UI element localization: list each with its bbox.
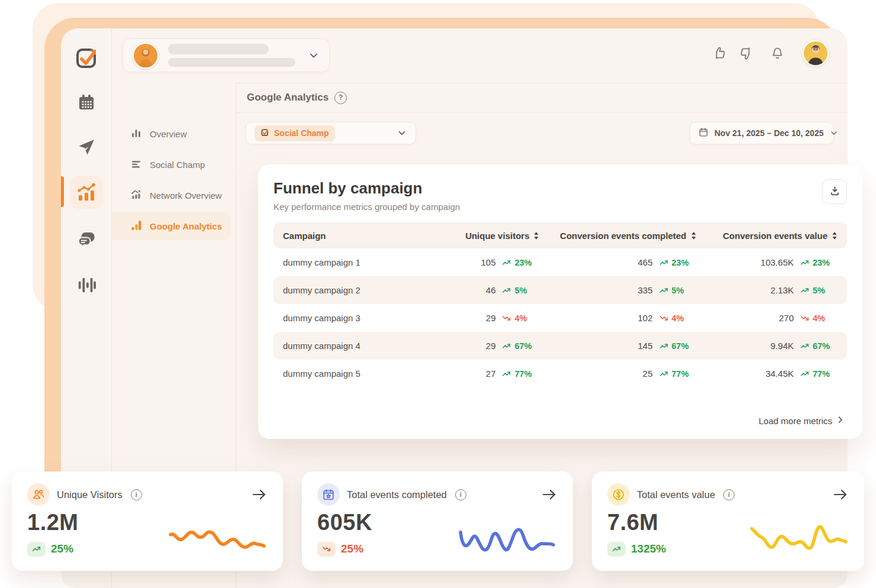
table-row[interactable]: dummy campaign 3294%1024%2704% [273, 304, 847, 332]
page-header: Google Analytics ? [236, 83, 848, 112]
trend-up-icon: 77% [800, 369, 838, 379]
messages-chat-icon[interactable] [73, 227, 100, 254]
campaign-name: dummy campaign 5 [283, 369, 430, 379]
funnel-card: Funnel by campaign Key performance metri… [258, 164, 862, 439]
info-icon[interactable]: i [455, 489, 466, 500]
chevron-down-icon [397, 128, 407, 138]
help-icon[interactable]: ? [334, 92, 347, 104]
nav-item-social-champ[interactable]: Social Champ [112, 150, 231, 179]
metric-cell: 2967% [430, 341, 539, 351]
toolbar: Social Champ Nov 21, 2025 – Dec 10, 2025 [246, 122, 834, 144]
nav-item-google-analytics[interactable]: Google Analytics [112, 212, 231, 240]
arrow-right-icon[interactable] [251, 487, 268, 502]
calendar-icon [698, 127, 708, 140]
dollar-coin-icon [607, 483, 630, 506]
trend-up-icon: 5% [800, 286, 838, 295]
chevron-down-icon [308, 50, 320, 62]
profile-selector[interactable] [123, 38, 330, 72]
trend-up-icon: 77% [659, 369, 697, 379]
chevron-right-icon [836, 415, 845, 426]
topbar-actions [712, 40, 829, 66]
trend-up-icon: 5% [659, 286, 697, 295]
app-logo-icon[interactable] [73, 44, 100, 71]
trend-down-icon: 4% [659, 314, 697, 323]
sparkline [456, 521, 558, 564]
arrow-right-icon[interactable] [832, 487, 849, 502]
overview-bars-icon [131, 128, 141, 140]
thumbs-down-icon[interactable] [738, 46, 753, 61]
stat-card-metric: 1.2M 25% [27, 511, 78, 557]
metric-cell: 46523% [539, 257, 696, 267]
analytics-rail-icon[interactable] [70, 176, 103, 209]
download-icon [829, 185, 840, 199]
metric-cell: 3355% [539, 285, 696, 295]
table-row[interactable]: dummy campaign 52777%2577%34.45K77% [273, 360, 847, 387]
stat-card-value: 605K [317, 511, 372, 535]
trend-down-icon: 4% [501, 314, 539, 323]
metric-cell: 2577% [539, 369, 696, 379]
metric-cell: 294% [430, 313, 539, 323]
page-title: Google Analytics [247, 92, 328, 104]
people-icon [27, 483, 50, 506]
table-row[interactable]: dummy campaign 110523%46523%103.65K23% [273, 248, 847, 276]
sort-icon[interactable] [691, 231, 697, 240]
profile-placeholder [168, 44, 308, 67]
info-icon[interactable]: i [723, 489, 735, 500]
arrow-right-icon[interactable] [541, 487, 558, 502]
chevron-down-icon [829, 128, 839, 138]
sort-icon[interactable] [832, 231, 838, 240]
source-pill: Social Champ [255, 125, 335, 141]
trend-up-icon: 23% [501, 258, 539, 267]
table-row[interactable]: dummy campaign 42967%14567%9.94K67% [273, 332, 847, 360]
campaign-name: dummy campaign 2 [283, 285, 430, 295]
publish-plane-icon[interactable] [73, 134, 100, 161]
funnel-subtitle: Key performance metrics grouped by campa… [273, 202, 460, 212]
trend-badge-icon [607, 542, 626, 557]
trend-up-icon: 67% [800, 341, 838, 351]
trend-up-icon: 67% [659, 341, 697, 351]
funnel-heading: Funnel by campaign Key performance metri… [273, 179, 460, 212]
funnel-table-body: dummy campaign 110523%46523%103.65K23%du… [273, 248, 847, 387]
listening-waveform-icon[interactable] [73, 272, 100, 299]
sparkline [747, 521, 849, 564]
metric-cell: 9.94K67% [697, 341, 838, 351]
metric-cell: 465% [430, 285, 539, 295]
metric-cell: 103.65K23% [697, 257, 838, 267]
funnel-title: Funnel by campaign [273, 179, 460, 198]
column-header-conversion-events-completed[interactable]: Conversion events completed [539, 231, 696, 241]
thumbs-up-icon[interactable] [712, 46, 727, 61]
stat-card-change: 25% [27, 542, 78, 557]
stat-card-unique-visitors: Unique Visitors i 1.2M 25% [12, 471, 283, 571]
date-range-label: Nov 21, 2025 – Dec 10, 2025 [714, 128, 823, 138]
calendar-rail-icon[interactable] [73, 89, 100, 116]
page: Overview Social Champ Network Overview G… [0, 0, 876, 588]
metric-cell: 2.13K5% [697, 285, 838, 295]
user-avatar[interactable] [803, 40, 829, 66]
date-range-picker[interactable]: Nov 21, 2025 – Dec 10, 2025 [690, 122, 834, 144]
stat-card-change: 1325% [607, 542, 666, 557]
nav-item-label: Overview [150, 129, 187, 139]
trend-up-icon: 5% [501, 286, 539, 295]
stat-card-total-events-value: Total events value i 7.6M 1325% [592, 471, 864, 571]
table-header-row: Campaign Unique visitors Conversion even… [273, 222, 847, 248]
nav-item-label: Google Analytics [150, 221, 222, 231]
trend-up-icon: 77% [501, 369, 539, 379]
sort-icon[interactable] [533, 231, 539, 240]
trend-badge-icon [27, 542, 46, 557]
notifications-bell-icon[interactable] [770, 46, 785, 61]
trend-up-icon: 23% [659, 258, 697, 267]
social-champ-logo-icon [260, 128, 269, 139]
download-button[interactable] [822, 179, 847, 204]
source-picker[interactable]: Social Champ [246, 122, 416, 144]
table-row[interactable]: dummy campaign 2465%3355%2.13K5% [273, 276, 847, 304]
load-more-metrics-link[interactable]: Load more metrics [759, 415, 845, 426]
nav-item-overview[interactable]: Overview [112, 119, 231, 148]
skeleton-line [168, 44, 269, 54]
column-header-unique-visitors[interactable]: Unique visitors [430, 231, 539, 241]
trend-up-icon: 23% [800, 258, 838, 267]
nav-item-network-overview[interactable]: Network Overview [112, 181, 231, 209]
column-header-conversion-events-value[interactable]: Conversion events value [697, 231, 838, 241]
info-icon[interactable]: i [131, 489, 142, 500]
trend-down-icon: 4% [800, 314, 838, 323]
nav-item-label: Social Champ [150, 160, 205, 170]
